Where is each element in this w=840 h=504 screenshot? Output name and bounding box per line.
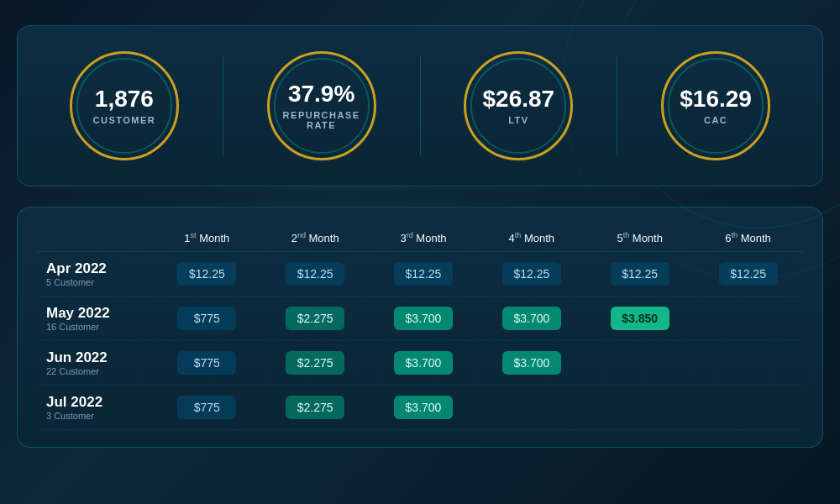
cell-value: $12.25 [394,262,453,286]
cell-4 [585,341,694,386]
cell-value: $12.25 [177,262,236,286]
cell-value: $775 [177,396,236,419]
row-period-sub: 5 Customer [46,277,144,287]
metric-repurchase: 37.9%REPURCHASE RATE [232,51,412,160]
cell-value: $2.275 [286,351,344,375]
ordinal-suffix: th [515,231,522,239]
cell-5 [694,341,802,386]
metric-divider [420,55,421,156]
cell-value-empty [719,357,778,367]
row-period-sub: 22 Customer [46,366,144,376]
metric-value-ltv: $26.87 [483,87,555,113]
ordinal-suffix: rd [407,231,413,239]
cell-5: $12.25 [694,252,802,297]
cell-2: $12.25 [370,252,478,297]
table-body: Apr 20225 Customer$12.25$12.25$12.25$12.… [38,252,802,430]
table-header-row: 1st Month2nd Month3rd Month4th Month5th … [38,224,802,252]
cell-0: $12.25 [153,252,261,297]
cell-value-empty [719,312,778,323]
col-header-1: 1st Month [153,224,261,252]
metric-divider [223,55,223,156]
table-row: May 202216 Customer$775$2.275$3.700$3.70… [38,297,802,341]
first-col-header [38,224,153,252]
row-period-sub: 16 Customer [46,322,144,332]
cell-value: $12.25 [286,262,344,286]
cell-4: $3.850 [585,297,694,341]
metric-ltv: $26.87LTV [429,51,609,160]
cell-5 [694,386,802,430]
cell-value-empty [611,402,669,412]
cell-1: $12.25 [261,252,370,297]
cell-2: $3.700 [370,386,478,430]
metric-label-repurchase: REPURCHASE RATE [283,110,360,130]
cell-4: $12.25 [585,252,694,297]
metrics-row: 1,876CUSTOMER37.9%REPURCHASE RATE$26.87L… [17,25,823,186]
metric-value-customers: 1,876 [95,87,154,113]
cell-1: $2.275 [261,386,370,430]
metric-value-repurchase: 37.9% [288,81,354,108]
cell-0: $775 [153,341,261,386]
ordinal-suffix: nd [297,231,306,239]
row-period-title: Apr 2022 [46,260,144,277]
cell-value: $12.25 [719,262,778,286]
ordinal-suffix: th [732,231,738,239]
cell-3: $3.700 [477,297,585,341]
col-header-3: 3rd Month [370,224,478,252]
cell-0: $775 [153,297,261,341]
cell-value: $12.25 [502,262,561,286]
row-period: Jul 20223 Customer [38,386,153,430]
metric-circle-cac: $16.29CAC [661,51,770,160]
row-period-title: Jun 2022 [46,349,144,366]
row-period: May 202216 Customer [38,297,153,341]
ordinal-suffix: st [191,231,197,239]
cell-value-empty [502,402,561,412]
row-period-sub: 3 Customer [46,411,144,421]
metric-circle-repurchase: 37.9%REPURCHASE RATE [267,51,376,160]
table-row: Jul 20223 Customer$775$2.275$3.700 [38,386,802,430]
col-header-6: 6th Month [694,224,802,252]
cell-value-empty [719,402,778,412]
cell-3: $3.700 [477,341,585,386]
cell-2: $3.700 [370,297,478,341]
cell-value: $12.25 [611,262,669,286]
col-header-4: 4th Month [477,224,585,252]
cell-value: $3.700 [502,307,561,330]
cell-value: $3.700 [394,351,453,375]
cell-value: $3.700 [394,396,453,419]
ordinal-suffix: th [623,231,630,239]
cell-0: $775 [153,386,261,430]
row-period-title: May 2022 [46,305,144,322]
cell-5 [694,297,802,341]
cell-3: $12.25 [477,252,585,297]
cell-value: $3.700 [394,307,453,330]
metric-label-ltv: LTV [508,115,528,125]
cell-2: $3.700 [370,341,478,386]
cell-value: $775 [177,307,236,330]
metric-label-cac: CAC [704,115,727,125]
col-header-5: 5th Month [585,224,694,252]
table-row: Apr 20225 Customer$12.25$12.25$12.25$12.… [38,252,802,297]
cell-value: $3.700 [502,351,561,375]
metric-cac: $16.29CAC [626,51,806,160]
cell-3 [477,386,585,430]
metric-label-customers: CUSTOMER [93,115,156,125]
row-period: Jun 202222 Customer [38,341,153,386]
table-row: Jun 202222 Customer$775$2.275$3.700$3.70… [38,341,802,386]
row-period: Apr 20225 Customer [38,252,153,297]
metric-divider [617,55,617,156]
cell-1: $2.275 [261,297,370,341]
cell-1: $2.275 [261,341,370,386]
col-header-2: 2nd Month [261,224,370,252]
row-period-title: Jul 2022 [46,394,144,411]
cell-value: $3.850 [611,307,669,330]
cell-4 [585,386,694,430]
metric-value-cac: $16.29 [680,87,752,113]
metric-circle-customers: 1,876CUSTOMER [70,51,179,160]
table-section: 1st Month2nd Month3rd Month4th Month5th … [17,207,823,448]
metric-customers: 1,876CUSTOMER [34,51,214,160]
cell-value-empty [611,357,669,367]
metric-circle-ltv: $26.87LTV [464,51,573,160]
cell-value: $775 [177,351,236,375]
cohort-table: 1st Month2nd Month3rd Month4th Month5th … [38,224,802,430]
cell-value: $2.275 [286,396,344,419]
